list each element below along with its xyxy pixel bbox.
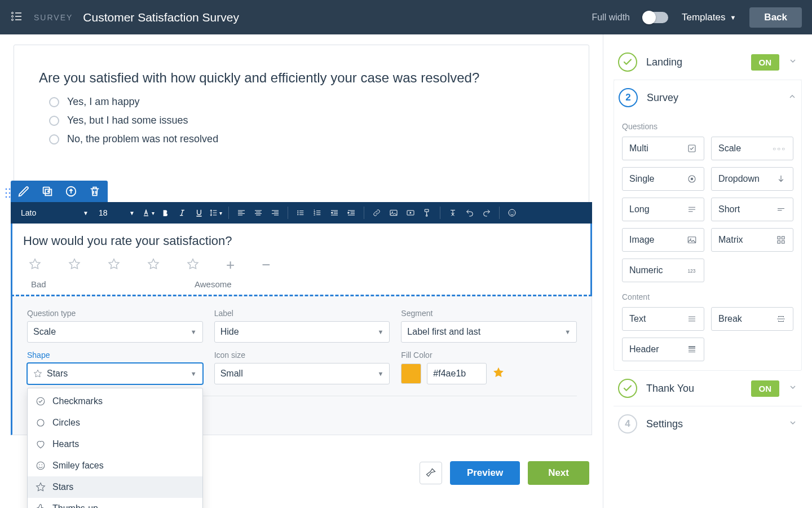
- qtype-multi[interactable]: Multi: [622, 137, 704, 160]
- lineheight-icon[interactable]: ▾: [208, 205, 224, 221]
- remove-star-icon[interactable]: −: [262, 256, 270, 274]
- star-3-icon[interactable]: [108, 258, 120, 273]
- undo-icon[interactable]: [462, 205, 478, 221]
- content-break[interactable]: Break: [711, 307, 793, 331]
- qtype-short[interactable]: Short: [711, 198, 793, 221]
- video-icon[interactable]: [403, 205, 418, 221]
- qtype-label: Numeric: [629, 265, 663, 275]
- fillcolor-input[interactable]: [427, 363, 487, 384]
- shape-option-smiley[interactable]: Smiley faces: [28, 455, 202, 476]
- chevron-down-icon: ▼: [730, 14, 736, 21]
- qtype-numeric[interactable]: Numeric: [622, 259, 704, 282]
- shape-option-circles[interactable]: Circles: [28, 412, 202, 433]
- on-badge: ON: [751, 54, 780, 71]
- check-icon: [618, 379, 637, 398]
- q1-option-1[interactable]: Yes, I am happy: [39, 96, 564, 108]
- move-up-icon[interactable]: [65, 185, 77, 198]
- iconsize-label: Icon size: [214, 351, 390, 360]
- survey-step-label: Survey: [647, 92, 779, 104]
- text-color-icon[interactable]: ▾: [140, 205, 156, 221]
- italic-icon[interactable]: [174, 205, 190, 221]
- scale-label-low[interactable]: Bad: [31, 279, 195, 289]
- shape-option-stars[interactable]: Stars: [28, 476, 202, 498]
- content-text[interactable]: Text: [622, 307, 704, 331]
- star-4-icon[interactable]: [147, 258, 160, 273]
- q1-option-2[interactable]: Yes, but I had some issues: [39, 115, 564, 126]
- preview-button[interactable]: Preview: [450, 461, 520, 485]
- redo-icon[interactable]: [479, 205, 495, 221]
- section-label: SURVEY: [34, 13, 73, 22]
- font-select[interactable]: Lato▼: [16, 208, 93, 217]
- duplicate-icon[interactable]: [41, 185, 54, 198]
- landing-label: Landing: [646, 56, 742, 68]
- sidebar-step-survey[interactable]: 2 Survey: [614, 80, 801, 115]
- sidebar-step-landing[interactable]: Landing ON: [614, 45, 802, 80]
- segment-select[interactable]: Label first and last▼: [401, 321, 577, 343]
- fontsize-select[interactable]: 18▼: [94, 208, 139, 217]
- qtype-long[interactable]: Long: [622, 198, 704, 221]
- star-1-icon[interactable]: [29, 258, 41, 273]
- qtype-select[interactable]: Scale▼: [27, 321, 203, 343]
- shape-value: Stars: [47, 369, 68, 379]
- q1-option-3[interactable]: No, the problem was not resolved: [39, 133, 564, 145]
- qtype-label: Long: [629, 204, 650, 214]
- qtype-matrix[interactable]: Matrix: [711, 228, 793, 252]
- add-star-icon[interactable]: +: [226, 256, 235, 274]
- qtype-label: Multi: [629, 143, 648, 154]
- shape-option-label: Stars: [52, 482, 73, 492]
- edit-icon[interactable]: [17, 185, 30, 198]
- shape-option-label: Smiley faces: [52, 461, 104, 471]
- color-swatch[interactable]: [401, 364, 421, 384]
- segment-value: Label first and last: [407, 327, 480, 337]
- qtype-image[interactable]: Image: [622, 228, 704, 252]
- sidebar-step-thankyou[interactable]: Thank You ON: [614, 371, 802, 406]
- shape-option-label: Thumbs-up: [52, 503, 98, 508]
- rating-stars-row: + −: [29, 256, 580, 274]
- indent-icon[interactable]: [343, 205, 359, 221]
- star-5-icon[interactable]: [187, 258, 199, 273]
- iconsize-select[interactable]: Small▼: [214, 363, 390, 384]
- align-right-icon[interactable]: [267, 205, 283, 221]
- next-button[interactable]: Next: [528, 461, 589, 485]
- shape-option-thumbs[interactable]: Thumbs-up: [28, 498, 202, 508]
- chevron-down-icon: ▼: [191, 329, 197, 335]
- align-left-icon[interactable]: [233, 205, 249, 221]
- templates-dropdown[interactable]: Templates ▼: [682, 12, 736, 23]
- align-center-icon[interactable]: [250, 205, 266, 221]
- star-2-icon[interactable]: [68, 258, 81, 273]
- link-icon[interactable]: [369, 205, 385, 221]
- paint-format-icon[interactable]: [420, 205, 435, 221]
- bold-icon[interactable]: [157, 205, 173, 221]
- chevron-down-icon: [788, 56, 797, 68]
- shape-select[interactable]: Stars ▼: [27, 363, 203, 384]
- qtype-label: Scale: [718, 143, 741, 154]
- content-header[interactable]: Header: [622, 338, 704, 361]
- qtype-dropdown[interactable]: Dropdown: [711, 167, 793, 191]
- clear-format-icon[interactable]: [445, 205, 461, 221]
- shape-option-hearts[interactable]: Hearts: [28, 433, 202, 455]
- list-icon[interactable]: [10, 10, 24, 25]
- bullet-list-icon[interactable]: [293, 205, 308, 221]
- number-list-icon[interactable]: [310, 205, 325, 221]
- shape-option-checkmarks[interactable]: Checkmarks: [28, 391, 202, 412]
- qtype-value: Scale: [33, 327, 56, 337]
- outdent-icon[interactable]: [326, 205, 342, 221]
- underline-icon[interactable]: [191, 205, 207, 221]
- qtype-single[interactable]: Single: [622, 167, 704, 191]
- question-1-title: Are you satisfied with how quickly and e…: [39, 70, 564, 86]
- fullwidth-toggle[interactable]: [643, 12, 668, 23]
- question-2-title[interactable]: How would you rate your satisfaction?: [23, 234, 580, 248]
- on-badge: ON: [751, 380, 780, 397]
- scale-label-high[interactable]: Awesome: [195, 279, 232, 289]
- image-icon[interactable]: [386, 205, 401, 221]
- label-select[interactable]: Hide▼: [214, 321, 390, 343]
- qtype-scale[interactable]: Scale○○○: [711, 137, 793, 160]
- content-label: Text: [629, 314, 646, 324]
- sidebar-step-settings[interactable]: 4 Settings: [614, 406, 802, 441]
- emoji-icon[interactable]: [504, 205, 520, 221]
- qtype-label: Dropdown: [718, 174, 760, 184]
- back-button[interactable]: Back: [749, 7, 802, 28]
- drag-handle-icon[interactable]: [4, 187, 12, 201]
- clear-button[interactable]: [420, 462, 442, 484]
- delete-icon[interactable]: [89, 185, 101, 198]
